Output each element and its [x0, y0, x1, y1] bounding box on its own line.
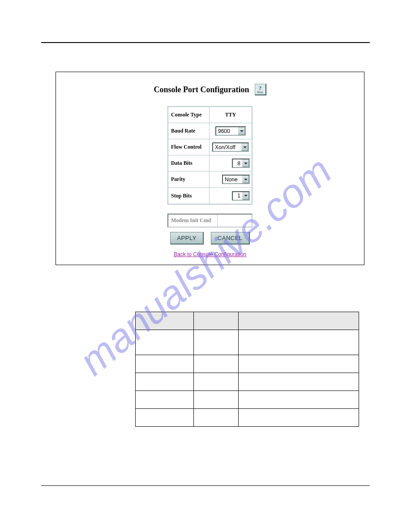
- select-data-bits[interactable]: 8: [232, 159, 250, 168]
- row-data-bits: Data Bits 8: [168, 155, 252, 172]
- label-data-bits: Data Bits: [168, 155, 210, 171]
- label-parity: Parity: [168, 172, 210, 187]
- chevron-down-icon: [242, 176, 249, 183]
- chevron-down-icon: [238, 127, 245, 135]
- chevron-down-icon: [242, 192, 249, 200]
- select-flow-control[interactable]: Xon/Xoff: [212, 142, 249, 152]
- header-rule: [41, 42, 370, 43]
- help-icon[interactable]: ? Help: [255, 84, 266, 95]
- footer-rule: [41, 485, 370, 486]
- row-baud-rate: Baud Rate 9600: [168, 123, 252, 139]
- label-baud-rate: Baud Rate: [168, 123, 210, 139]
- select-stop-bits[interactable]: 1: [232, 191, 250, 201]
- cancel-button[interactable]: CANCEL: [211, 232, 250, 245]
- row-flow-control: Flow Control Xon/Xoff: [168, 139, 252, 155]
- row-stop-bits: Stop Bits 1: [168, 188, 252, 204]
- chevron-down-icon: [241, 143, 248, 151]
- table-header: [194, 312, 239, 330]
- table-header: [239, 312, 359, 330]
- label-flow-control: Flow Control: [168, 139, 210, 155]
- table-row: [136, 391, 359, 409]
- select-baud-rate[interactable]: 9600: [215, 126, 246, 136]
- apply-button[interactable]: APPLY: [170, 232, 203, 245]
- label-modem-init: Modem Init Cmd: [168, 215, 218, 227]
- row-parity: Parity None: [168, 172, 252, 188]
- console-port-config-figure: Console Port Configuration ? Help Consol…: [56, 72, 364, 265]
- config-table: Console Type TTY Baud Rate 9600 Flow Con…: [167, 106, 253, 205]
- select-parity[interactable]: None: [222, 175, 250, 184]
- table-row: [136, 373, 359, 391]
- row-console-type: Console Type TTY: [168, 107, 252, 123]
- table-row: [136, 409, 359, 427]
- input-modem-init[interactable]: [218, 215, 252, 227]
- modem-init-row: Modem Init Cmd: [167, 214, 253, 227]
- label-stop-bits: Stop Bits: [168, 188, 210, 204]
- chevron-down-icon: [242, 159, 249, 167]
- back-link[interactable]: Back to Console Configuration: [174, 251, 246, 257]
- figure-title: Console Port Configuration: [154, 85, 249, 94]
- table-header: [136, 312, 194, 330]
- table-row: [136, 355, 359, 373]
- label-console-type: Console Type: [168, 107, 210, 123]
- value-console-type: TTY: [210, 107, 252, 123]
- parameter-table: [135, 312, 359, 427]
- table-row: [136, 330, 359, 355]
